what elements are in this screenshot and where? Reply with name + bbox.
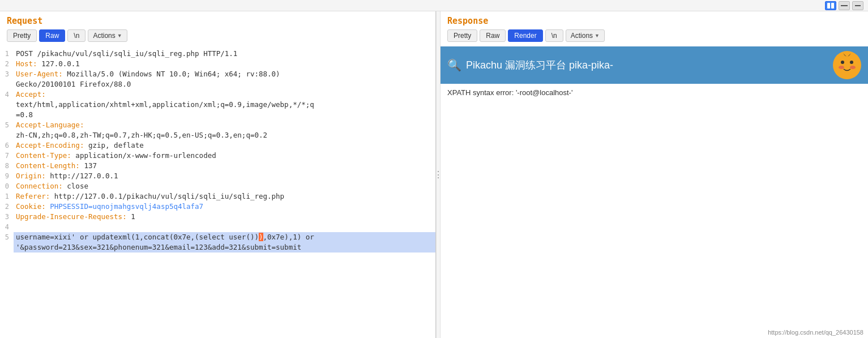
- close-panel-button[interactable]: [852, 1, 863, 10]
- response-banner-text: Pikachu 漏洞练习平台 pika-pika-: [466, 58, 828, 72]
- request-newline-button[interactable]: \n: [67, 29, 85, 42]
- table-row: 1 Referer: http://127.0.0.1/pikachu/vul/…: [0, 191, 435, 202]
- table-row: 4: [0, 222, 435, 232]
- table-row: 9 Origin: http://127.0.0.1: [0, 171, 435, 181]
- table-row: 5 username=xixi' or updatexml(1,concat(0…: [0, 232, 435, 253]
- svg-rect-2: [841, 5, 848, 6]
- response-title: Response: [447, 16, 861, 26]
- split-view-button[interactable]: [825, 1, 836, 10]
- response-pretty-button[interactable]: Pretty: [447, 29, 477, 42]
- table-row: 5 Accept-Language: zh-CN,zh;q=0.8,zh-TW;…: [0, 120, 435, 140]
- search-icon: 🔍: [447, 58, 461, 72]
- request-toolbar: Pretty Raw \n Actions ▼: [7, 29, 429, 42]
- response-panel: Response Pretty Raw Render \n Actions ▼ …: [441, 11, 868, 338]
- panel-divider[interactable]: ⋮: [436, 11, 441, 338]
- svg-point-4: [834, 52, 860, 78]
- top-bar-icons: [825, 1, 863, 10]
- svg-rect-0: [827, 3, 830, 8]
- request-header: Request Pretty Raw \n Actions ▼: [0, 11, 435, 46]
- response-render-button[interactable]: Render: [508, 29, 542, 42]
- response-toolbar: Pretty Raw Render \n Actions ▼: [447, 29, 861, 42]
- response-header: Response Pretty Raw Render \n Actions ▼: [441, 11, 868, 46]
- svg-rect-1: [831, 3, 834, 8]
- request-actions-button[interactable]: Actions ▼: [88, 29, 127, 42]
- view-toggle-button[interactable]: [839, 1, 850, 10]
- response-actions-chevron-icon: ▼: [595, 33, 600, 38]
- response-banner: 🔍 Pikachu 漏洞练习平台 pika-pika-: [441, 46, 868, 84]
- svg-point-6: [850, 61, 853, 64]
- response-error-text: XPATH syntax error: '-root@localhost-': [441, 84, 868, 101]
- request-panel: Request Pretty Raw \n Actions ▼ 1 POST /…: [0, 11, 436, 338]
- table-row: 2 Host: 127.0.0.1: [0, 59, 435, 69]
- table-row: 0 Connection: close: [0, 181, 435, 191]
- request-title: Request: [7, 16, 429, 26]
- svg-point-7: [839, 66, 844, 69]
- table-row: 7 Content-Type: application/x-www-form-u…: [0, 151, 435, 161]
- request-raw-button[interactable]: Raw: [39, 29, 65, 42]
- svg-rect-3: [855, 5, 861, 6]
- table-row: 3 Upgrade-Insecure-Requests: 1: [0, 212, 435, 222]
- table-row: 1 POST /pikachu/vul/sqli/sqli_iu/sqli_re…: [0, 49, 435, 59]
- table-row: 8 Content-Length: 137: [0, 161, 435, 171]
- top-bar: [0, 0, 868, 11]
- response-footer: https://blog.csdn.net/qq_26430158: [768, 329, 863, 336]
- response-raw-button[interactable]: Raw: [480, 29, 506, 42]
- svg-point-8: [850, 66, 856, 69]
- table-row: 6 Accept-Encoding: gzip, deflate: [0, 140, 435, 151]
- table-row: 2 Cookie: PHPSESSID=uqnojmahgsvqlj4asp5q…: [0, 202, 435, 212]
- table-row: 4 Accept: text/html,application/xhtml+xm…: [0, 89, 435, 120]
- svg-point-5: [841, 61, 844, 64]
- table-row: 3 User-Agent: Mozilla/5.0 (Windows NT 10…: [0, 69, 435, 89]
- actions-chevron-icon: ▼: [117, 33, 122, 38]
- response-newline-button[interactable]: \n: [545, 29, 563, 42]
- request-pretty-button[interactable]: Pretty: [7, 29, 37, 42]
- response-actions-button[interactable]: Actions ▼: [566, 29, 605, 42]
- request-content[interactable]: 1 POST /pikachu/vul/sqli/sqli_iu/sqli_re…: [0, 46, 435, 338]
- pikachu-avatar: [833, 51, 861, 79]
- main-container: Request Pretty Raw \n Actions ▼ 1 POST /…: [0, 11, 868, 338]
- response-content: 🔍 Pikachu 漏洞练习平台 pika-pika-: [441, 46, 868, 338]
